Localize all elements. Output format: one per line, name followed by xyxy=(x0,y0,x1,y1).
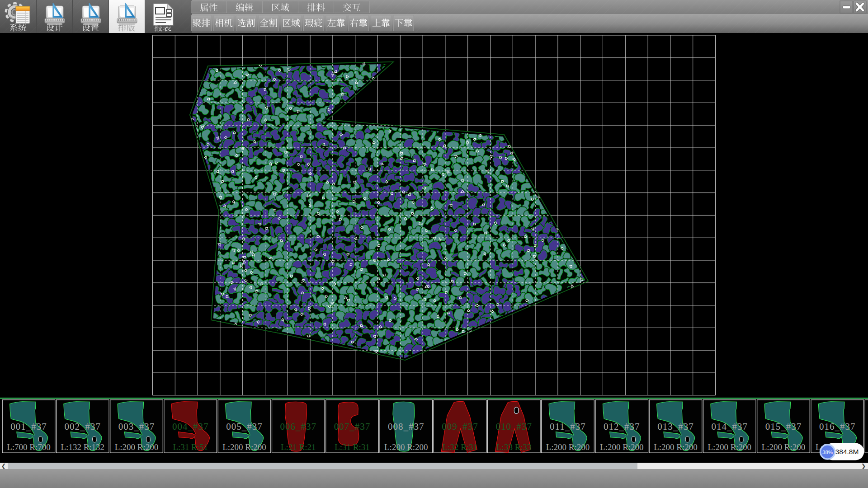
svg-text:❮: ❮ xyxy=(1,463,6,470)
svg-text:009_#37: 009_#37 xyxy=(442,421,478,432)
svg-text:006_#37: 006_#37 xyxy=(280,421,317,432)
svg-text:L:200 R:200: L:200 R:200 xyxy=(115,442,159,452)
svg-text:L:700 R:700: L:700 R:700 xyxy=(7,442,51,452)
svg-text:005_#37: 005_#37 xyxy=(226,421,263,432)
svg-text:L:31 R:31: L:31 R:31 xyxy=(335,442,370,452)
svg-text:L:200 R:200: L:200 R:200 xyxy=(546,442,590,452)
svg-text:014_#37: 014_#37 xyxy=(712,421,748,432)
svg-text:L:200 R:200: L:200 R:200 xyxy=(654,442,698,452)
svg-text:008_#37: 008_#37 xyxy=(388,421,425,432)
svg-text:L:200 R:200: L:200 R:200 xyxy=(384,442,428,452)
svg-text:007_#37: 007_#37 xyxy=(334,421,371,432)
svg-text:003_#37: 003_#37 xyxy=(118,421,155,432)
svg-text:L:200 R:200: L:200 R:200 xyxy=(708,442,752,452)
svg-text:016_#37: 016_#37 xyxy=(819,421,856,432)
svg-text:L:32 R:31: L:32 R:31 xyxy=(443,442,478,452)
svg-text:L:200 R:200: L:200 R:200 xyxy=(600,442,644,452)
svg-text:010_#37: 010_#37 xyxy=(496,421,533,432)
svg-text:012_#37: 012_#37 xyxy=(604,421,640,432)
svg-text:L:200 R:200: L:200 R:200 xyxy=(762,442,806,452)
svg-text:L:21 R:21: L:21 R:21 xyxy=(281,442,316,452)
svg-text:002_#37: 002_#37 xyxy=(65,421,101,432)
svg-text:38%: 38% xyxy=(822,450,833,455)
svg-text:001_#37: 001_#37 xyxy=(10,421,47,432)
svg-text:384.8M: 384.8M xyxy=(835,448,859,455)
svg-text:L:132 R:132: L:132 R:132 xyxy=(61,442,105,452)
svg-text:013_#37: 013_#37 xyxy=(657,421,694,432)
svg-text:011_#37: 011_#37 xyxy=(550,421,586,432)
svg-text:L:31 R:51: L:31 R:51 xyxy=(173,442,208,452)
svg-text:L:33 R:33: L:33 R:33 xyxy=(496,442,532,452)
svg-text:L:200 R:200: L:200 R:200 xyxy=(222,442,266,452)
svg-text:❯: ❯ xyxy=(861,463,866,470)
svg-text:004_#37: 004_#37 xyxy=(172,421,209,432)
svg-text:015_#37: 015_#37 xyxy=(765,421,802,432)
